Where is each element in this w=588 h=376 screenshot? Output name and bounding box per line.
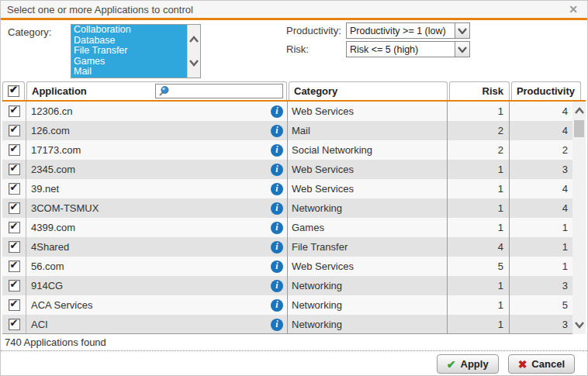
category-option[interactable]: Games: [71, 57, 187, 67]
select-all-checkbox[interactable]: [8, 85, 19, 97]
table-row[interactable]: 4Shared i File Transfer 4 1: [2, 237, 573, 257]
category-label: Category:: [8, 26, 51, 38]
table-row[interactable]: 17173.com i Social Networking 2 2: [2, 140, 573, 160]
risk-label: Risk:: [286, 43, 309, 55]
footer-divider: [1, 350, 587, 351]
table-row[interactable]: 3COM-TSMUX i Networking 1 4: [2, 198, 573, 218]
table-row[interactable]: 4399.com i Games 1 1: [2, 218, 573, 237]
table-row[interactable]: ACA Services i Networking 1 5: [2, 295, 573, 315]
productivity-label: Productivity:: [286, 25, 341, 36]
risk-select[interactable]: Risk <= 5 (high): [346, 41, 470, 57]
category-option[interactable]: Collaboration: [71, 25, 187, 36]
application-cell: 4Shared i: [26, 237, 287, 257]
row-checkbox[interactable]: [9, 280, 20, 291]
productivity-cell: 3: [509, 315, 573, 334]
category-cell: File Transfer: [287, 237, 447, 257]
row-checkbox[interactable]: [9, 202, 20, 214]
row-checkbox-cell: [2, 237, 26, 257]
row-checkbox[interactable]: [9, 222, 20, 233]
info-icon[interactable]: i: [271, 105, 283, 118]
column-header-risk[interactable]: Risk: [449, 81, 510, 100]
row-checkbox[interactable]: [9, 299, 20, 311]
row-checkbox[interactable]: [9, 319, 20, 330]
info-icon[interactable]: i: [271, 183, 283, 195]
search-icon: [157, 85, 170, 98]
search-input[interactable]: [155, 84, 283, 98]
category-cell: Networking: [287, 276, 447, 295]
row-checkbox[interactable]: [9, 164, 20, 175]
row-checkbox[interactable]: [9, 183, 20, 195]
select-all-cell: [2, 81, 25, 100]
row-checkbox[interactable]: [9, 105, 20, 117]
application-cell: 39.net i: [26, 179, 287, 198]
x-icon: ✖: [518, 358, 527, 371]
category-cell: Web Services: [287, 179, 447, 198]
category-cell: Web Services: [287, 160, 447, 179]
scrollbar-thumb[interactable]: [574, 120, 584, 137]
info-icon[interactable]: i: [271, 319, 283, 331]
results-count: 740 Applications found: [5, 336, 106, 348]
productivity-cell: 3: [509, 276, 573, 295]
risk-cell: 1: [447, 295, 509, 315]
info-icon[interactable]: i: [271, 222, 283, 234]
row-checkbox[interactable]: [9, 260, 20, 272]
table-row[interactable]: 2345.com i Web Services 1 3: [2, 160, 573, 179]
productivity-select[interactable]: Productivity >= 1 (low): [346, 22, 470, 39]
category-listbox[interactable]: Collaboration Database File Transfer Gam…: [71, 24, 201, 78]
table-scrollbar[interactable]: [572, 102, 586, 334]
info-icon[interactable]: i: [271, 280, 283, 292]
application-name: 3COM-TSMUX: [31, 202, 99, 214]
productivity-select-value: Productivity >= 1 (low): [347, 26, 455, 36]
info-icon[interactable]: i: [271, 260, 283, 273]
column-header-category[interactable]: Category: [289, 81, 448, 100]
chevron-down-icon[interactable]: [455, 42, 469, 57]
risk-cell: 1: [447, 160, 509, 179]
table-body: 12306.cn i Web Services 1 4 12: [2, 102, 573, 334]
table-row[interactable]: 126.com i Mail 2 4: [2, 121, 573, 140]
category-cell: Games: [287, 218, 447, 237]
row-checkbox[interactable]: [9, 241, 20, 253]
row-checkbox[interactable]: [9, 125, 20, 136]
productivity-cell: 4: [509, 198, 573, 218]
category-option[interactable]: Database: [71, 36, 187, 47]
scroll-up-icon[interactable]: [572, 103, 586, 119]
row-checkbox-cell: [2, 257, 26, 276]
close-icon[interactable]: ✕: [566, 3, 581, 16]
application-cell: 56.com i: [26, 257, 287, 276]
category-list-scrollbar[interactable]: [187, 25, 200, 78]
apply-button[interactable]: ✔ Apply: [437, 354, 499, 374]
info-icon[interactable]: i: [271, 125, 283, 137]
category-cell: Web Services: [287, 257, 447, 276]
category-cell: Mail: [287, 121, 447, 140]
productivity-cell: 2: [509, 140, 573, 160]
application-cell: 17173.com i: [26, 140, 287, 160]
table-row[interactable]: 56.com i Web Services 5 1: [2, 257, 573, 276]
application-cell: ACA Services i: [26, 295, 287, 315]
row-checkbox[interactable]: [9, 144, 20, 156]
column-header-productivity[interactable]: Productivity: [511, 81, 581, 100]
filter-panel: Category: Collaboration Database File Tr…: [1, 20, 587, 81]
table-row[interactable]: 914CG i Networking 1 3: [2, 276, 573, 295]
application-cell: 3COM-TSMUX i: [26, 198, 287, 218]
info-icon[interactable]: i: [271, 299, 283, 312]
application-name: 39.net: [31, 183, 59, 195]
category-option[interactable]: Mail: [71, 67, 187, 78]
table-row[interactable]: ACI i Networking 1 3: [2, 315, 573, 334]
category-cell: Networking: [287, 295, 447, 315]
column-header-application[interactable]: Application: [26, 81, 287, 100]
table-row[interactable]: 39.net i Web Services 1 4: [2, 179, 573, 198]
info-icon[interactable]: i: [271, 241, 283, 254]
table-row[interactable]: 12306.cn i Web Services 1 4: [2, 102, 573, 121]
application-name: 4399.com: [31, 222, 75, 233]
chevron-down-icon[interactable]: [455, 23, 469, 38]
scroll-down-icon[interactable]: [572, 317, 586, 333]
row-checkbox-cell: [2, 218, 26, 237]
info-icon[interactable]: i: [271, 202, 283, 215]
risk-cell: 1: [447, 218, 509, 237]
risk-cell: 1: [447, 315, 509, 334]
info-icon[interactable]: i: [271, 144, 283, 157]
risk-cell: 1: [447, 179, 509, 198]
info-icon[interactable]: i: [271, 164, 283, 176]
category-option[interactable]: File Transfer: [71, 46, 187, 57]
cancel-button[interactable]: ✖ Cancel: [508, 354, 575, 374]
